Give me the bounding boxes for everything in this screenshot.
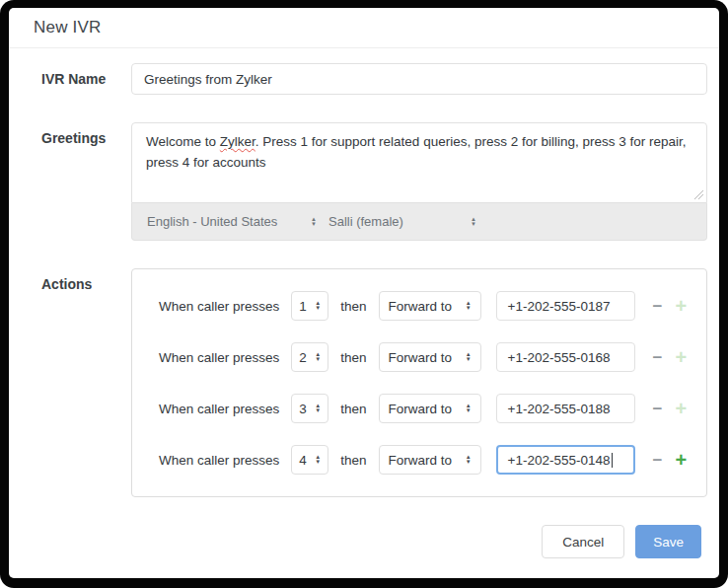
key-select-value: 4 [299,453,307,468]
new-ivr-dialog: New IVR IVR Name Greetings from Zylker G… [9,8,719,578]
remove-action-button[interactable]: − [653,298,663,315]
action-type-select[interactable]: Forward to ▲▼ [379,342,481,372]
select-stepper-icon: ▲▼ [315,301,321,311]
phone-number-value: +1-202-555-0148 [508,453,611,468]
action-prefix-text: When caller presses [159,402,279,416]
window-frame: New IVR IVR Name Greetings from Zylker G… [0,0,728,588]
phone-number-value: +1-202-555-0187 [508,299,611,314]
key-select-value: 2 [299,350,307,365]
key-select-value: 3 [299,402,307,416]
greetings-label: Greetings [41,122,131,241]
voice-options-band: English - United States ▲▼ Salli (female… [131,203,707,241]
greetings-misspelled-word: Zylker [220,134,255,149]
add-action-button[interactable]: + [676,450,688,470]
voice-select-value: Salli (female) [328,214,403,229]
action-type-value: Forward to [389,299,453,314]
save-button[interactable]: Save [635,525,701,558]
voice-select[interactable]: Salli (female) ▲▼ [328,214,476,229]
key-select-value: 1 [299,299,307,314]
select-stepper-icon: ▲▼ [311,217,317,227]
select-stepper-icon: ▲▼ [466,301,472,311]
text-cursor [612,453,613,468]
select-stepper-icon: ▲▼ [466,404,472,413]
action-row-2: When caller presses 2 ▲▼ then Forward to… [132,342,706,372]
action-prefix-text: When caller presses [159,299,279,314]
remove-action-button[interactable]: − [653,452,663,469]
greetings-row: Greetings Welcome to Zylker. Press 1 for… [41,122,707,241]
action-connector-text: then [340,402,366,416]
phone-number-input[interactable]: +1-202-555-0188 [496,394,635,423]
actions-row: Actions When caller presses 1 ▲▼ then [41,268,707,497]
action-type-value: Forward to [389,402,453,416]
language-select-value: English - United States [147,214,277,229]
actions-label: Actions [41,268,131,497]
select-stepper-icon: ▲▼ [315,455,321,465]
phone-number-input[interactable]: +1-202-555-0187 [496,291,635,321]
add-action-button[interactable]: + [676,347,688,367]
cancel-button[interactable]: Cancel [542,525,624,558]
select-stepper-icon: ▲▼ [315,352,321,362]
greetings-text-before: Welcome to [146,134,220,149]
action-prefix-text: When caller presses [159,350,279,365]
phone-number-value: +1-202-555-0188 [508,402,611,416]
action-prefix-text: When caller presses [159,453,279,468]
plus-icon: + [676,295,688,317]
select-stepper-icon: ▲▼ [466,455,472,465]
action-type-select[interactable]: Forward to ▲▼ [379,394,481,423]
minus-icon: − [653,348,663,367]
key-select[interactable]: 4 ▲▼ [291,445,328,475]
action-type-select[interactable]: Forward to ▲▼ [379,291,481,321]
select-stepper-icon: ▲▼ [315,404,321,413]
ivr-name-label: IVR Name [41,63,131,95]
greetings-textarea[interactable]: Welcome to Zylker. Press 1 for support r… [131,122,707,203]
plus-icon: + [676,398,688,419]
key-select[interactable]: 1 ▲▼ [291,291,328,321]
add-action-button[interactable]: + [676,399,688,418]
action-type-select[interactable]: Forward to ▲▼ [379,445,481,475]
dialog-title: New IVR [34,18,101,37]
ivr-name-input[interactable]: Greetings from Zylker [131,63,707,95]
plus-icon: + [676,449,688,471]
action-connector-text: then [340,350,366,365]
remove-action-button[interactable]: − [653,401,663,417]
actions-panel: When caller presses 1 ▲▼ then Forward to… [131,268,707,497]
select-stepper-icon: ▲▼ [466,352,472,362]
action-connector-text: then [340,299,366,314]
dialog-header: New IVR [9,8,719,48]
select-stepper-icon: ▲▼ [471,217,476,227]
minus-icon: − [653,451,663,470]
ivr-name-row: IVR Name Greetings from Zylker [41,63,707,95]
key-select[interactable]: 3 ▲▼ [291,394,328,423]
resize-handle-icon[interactable] [694,190,703,199]
action-connector-text: then [340,453,366,468]
plus-icon: + [676,346,688,368]
action-row-3: When caller presses 3 ▲▼ then Forward to… [132,394,706,423]
phone-number-input[interactable]: +1-202-555-0168 [496,342,635,372]
action-type-value: Forward to [389,350,453,365]
add-action-button[interactable]: + [676,296,688,316]
minus-icon: − [653,400,663,418]
action-row-4: When caller presses 4 ▲▼ then Forward to… [132,445,706,475]
phone-number-input[interactable]: +1-202-555-0148 [496,445,635,475]
remove-action-button[interactable]: − [653,349,663,366]
language-select[interactable]: English - United States ▲▼ [147,214,317,229]
ivr-name-value: Greetings from Zylker [144,72,272,87]
minus-icon: − [653,297,663,316]
dialog-body: IVR Name Greetings from Zylker Greetings… [9,48,719,525]
phone-number-value: +1-202-555-0168 [508,350,611,365]
action-type-value: Forward to [389,453,453,468]
dialog-footer: Cancel Save [9,525,719,578]
key-select[interactable]: 2 ▲▼ [291,342,328,372]
action-row-1: When caller presses 1 ▲▼ then Forward to… [132,291,706,321]
